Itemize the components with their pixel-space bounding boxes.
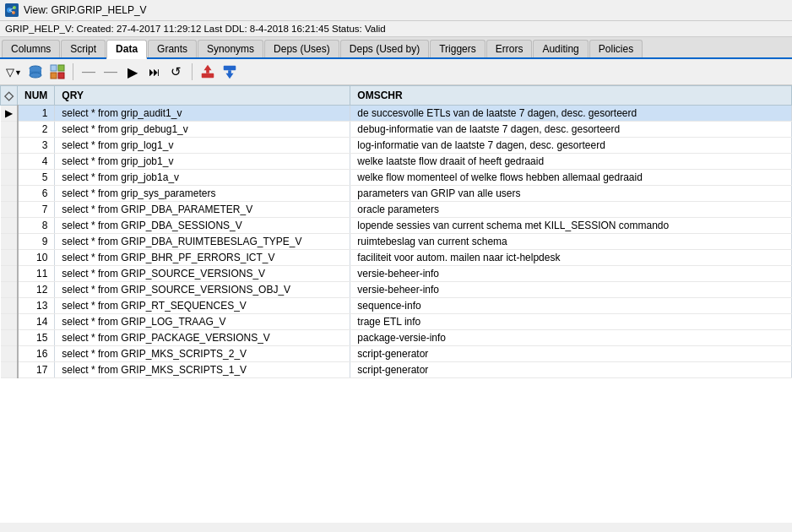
cell-qry: select * from grip_job1_v xyxy=(55,154,350,170)
cell-num: 6 xyxy=(18,186,55,202)
grid-icon-button[interactable] xyxy=(48,62,67,81)
table-row[interactable]: 12select * from GRIP_SOURCE_VERSIONS_OBJ… xyxy=(1,282,792,298)
table-row[interactable]: 15select * from GRIP_PACKAGE_VERSIONS_Vp… xyxy=(1,330,792,346)
table-row[interactable]: 2select * from grip_debug1_vdebug-inform… xyxy=(1,122,792,138)
col-header-omschr[interactable]: OMSCHR xyxy=(350,86,792,106)
reload-button[interactable]: ↺ xyxy=(167,62,186,81)
cell-num: 1 xyxy=(18,106,55,122)
row-indicator-cell: ▶ xyxy=(1,106,18,122)
table-row[interactable]: 11select * from GRIP_SOURCE_VERSIONS_Vve… xyxy=(1,266,792,282)
tab-data[interactable]: Data xyxy=(106,40,147,59)
row-indicator-cell xyxy=(1,154,18,170)
meta-text: GRIP_HELP_V: Created: 27-4-2017 11:29:12… xyxy=(5,24,386,34)
cell-qry: select * from grip_log1_v xyxy=(55,138,350,154)
table-row[interactable]: 10select * from GRIP_BHR_PF_ERRORS_ICT_V… xyxy=(1,250,792,266)
filter-button[interactable]: ▽ ▼ xyxy=(5,62,23,81)
row-indicator-cell xyxy=(1,170,18,186)
dash-button[interactable]: — xyxy=(79,62,98,81)
play-button[interactable]: ▶ xyxy=(123,62,142,81)
table-row[interactable]: 8select * from GRIP_DBA_SESSIONS_Vlopend… xyxy=(1,218,792,234)
table-row[interactable]: 6select * from grip_sys_parametersparame… xyxy=(1,186,792,202)
filter-icon: ▽ xyxy=(6,66,14,79)
table-row[interactable]: 13select * from GRIP_RT_SEQUENCES_Vseque… xyxy=(1,298,792,314)
cell-num: 12 xyxy=(18,282,55,298)
svg-point-8 xyxy=(30,73,41,78)
dash2-button[interactable]: — xyxy=(101,62,120,81)
tab-bar: ColumnsScriptDataGrantsSynonymsDeps (Use… xyxy=(0,37,792,59)
table-area: ◇ NUM QRY OMSCHR ▶1select * from grip_au… xyxy=(0,85,792,523)
tab-auditing[interactable]: Auditing xyxy=(533,40,588,57)
tab-triggers[interactable]: Triggers xyxy=(430,40,486,57)
cell-qry: select * from GRIP_PACKAGE_VERSIONS_V xyxy=(55,330,350,346)
cell-qry: select * from grip_job1a_v xyxy=(55,170,350,186)
table-body: ▶1select * from grip_audit1_vde succesvo… xyxy=(1,106,792,378)
svg-rect-12 xyxy=(51,73,57,79)
toolbar-separator-1 xyxy=(73,63,73,80)
cell-omschr: sequence-info xyxy=(350,298,792,314)
svg-rect-11 xyxy=(58,65,64,71)
cell-num: 16 xyxy=(18,346,55,362)
db-icon-button[interactable] xyxy=(26,62,45,81)
table-row[interactable]: 16select * from GRIP_MKS_SCRIPTS_2_Vscri… xyxy=(1,346,792,362)
table-row[interactable]: 7select * from GRIP_DBA_PARAMETER_Voracl… xyxy=(1,202,792,218)
cell-omschr: package-versie-info xyxy=(350,330,792,346)
svg-marker-17 xyxy=(225,70,233,79)
app-icon xyxy=(5,3,19,17)
cell-qry: select * from grip_debug1_v xyxy=(55,122,350,138)
cell-qry: select * from GRIP_SOURCE_VERSIONS_V xyxy=(55,266,350,282)
cell-qry: select * from GRIP_SOURCE_VERSIONS_OBJ_V xyxy=(55,282,350,298)
cell-qry: select * from GRIP_LOG_TRAAG_V xyxy=(55,314,350,330)
cell-qry: select * from GRIP_DBA_PARAMETER_V xyxy=(55,202,350,218)
row-indicator-cell xyxy=(1,298,18,314)
cell-num: 5 xyxy=(18,170,55,186)
cell-qry: select * from GRIP_DBA_RUIMTEBESLAG_TYPE… xyxy=(55,234,350,250)
filter-dropdown-arrow: ▼ xyxy=(14,68,22,77)
table-row[interactable]: 5select * from grip_job1a_vwelke flow mo… xyxy=(1,170,792,186)
cell-qry: select * from GRIP_DBA_SESSIONS_V xyxy=(55,218,350,234)
tab-synonyms[interactable]: Synonyms xyxy=(198,40,263,57)
col-header-num[interactable]: NUM xyxy=(18,86,55,106)
tab-script[interactable]: Script xyxy=(61,40,106,57)
toolbar-separator-2 xyxy=(192,63,193,80)
window-title: View: GRIP.GRIP_HELP_V xyxy=(24,4,147,16)
row-indicator-cell xyxy=(1,250,18,266)
download-button[interactable] xyxy=(220,62,239,81)
tab-policies[interactable]: Policies xyxy=(589,40,643,57)
cell-omschr: script-generator xyxy=(350,346,792,362)
tab-deps-uses[interactable]: Deps (Uses) xyxy=(264,40,339,57)
cell-qry: select * from grip_audit1_v xyxy=(55,106,350,122)
svg-marker-15 xyxy=(203,65,211,73)
cell-omschr: oracle parameters xyxy=(350,202,792,218)
row-indicator-cell xyxy=(1,282,18,298)
table-row[interactable]: 4select * from grip_job1_vwelke laatste … xyxy=(1,154,792,170)
upload-icon xyxy=(199,62,216,81)
cell-num: 11 xyxy=(18,266,55,282)
cell-omschr: de succesvolle ETLs van de laatste 7 dag… xyxy=(350,106,792,122)
cell-omschr: parameters van GRIP van alle users xyxy=(350,186,792,202)
cell-num: 8 xyxy=(18,218,55,234)
grid-icon xyxy=(50,64,65,79)
tab-errors[interactable]: Errors xyxy=(486,40,533,57)
table-row[interactable]: 9select * from GRIP_DBA_RUIMTEBESLAG_TYP… xyxy=(1,234,792,250)
tab-grants[interactable]: Grants xyxy=(148,40,197,57)
cell-num: 2 xyxy=(18,122,55,138)
table-row[interactable]: 14select * from GRIP_LOG_TRAAG_Vtrage ET… xyxy=(1,314,792,330)
cell-omschr: ruimtebeslag van current schema xyxy=(350,234,792,250)
tab-deps-used-by[interactable]: Deps (Used by) xyxy=(340,40,429,57)
db-icon xyxy=(28,64,43,79)
cell-qry: select * from GRIP_RT_SEQUENCES_V xyxy=(55,298,350,314)
toolbar: ▽ ▼ — — ▶ ⏭ ↺ xyxy=(0,59,792,85)
last-button[interactable]: ⏭ xyxy=(145,62,164,81)
table-row[interactable]: 3select * from grip_log1_vlog-informatie… xyxy=(1,138,792,154)
col-header-eraser: ◇ xyxy=(1,86,18,106)
row-indicator-cell xyxy=(1,202,18,218)
svg-rect-16 xyxy=(224,66,236,70)
tab-columns[interactable]: Columns xyxy=(2,40,60,57)
table-row[interactable]: ▶1select * from grip_audit1_vde succesvo… xyxy=(1,106,792,122)
row-indicator-cell xyxy=(1,362,18,378)
cell-omschr: versie-beheer-info xyxy=(350,282,792,298)
cell-num: 14 xyxy=(18,314,55,330)
col-header-qry[interactable]: QRY xyxy=(55,86,350,106)
upload-button[interactable] xyxy=(198,62,217,81)
table-row[interactable]: 17select * from GRIP_MKS_SCRIPTS_1_Vscri… xyxy=(1,362,792,378)
